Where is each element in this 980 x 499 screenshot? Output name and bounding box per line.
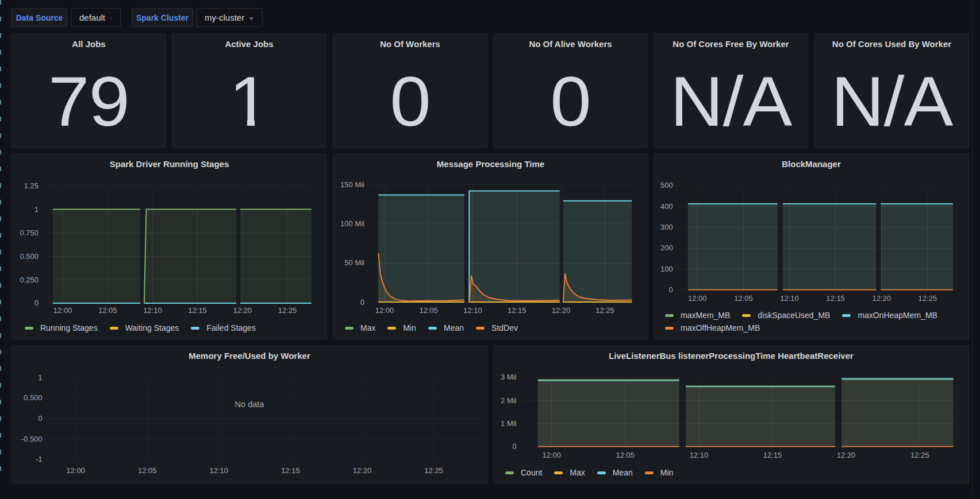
svg-text:150 Mil: 150 Mil	[340, 180, 364, 189]
svg-text:-0.500: -0.500	[21, 435, 43, 443]
svg-text:3 Mil: 3 Mil	[501, 373, 517, 381]
svg-text:1.25: 1.25	[24, 181, 39, 190]
svg-text:12:25: 12:25	[424, 466, 443, 475]
svg-text:0.500: 0.500	[20, 252, 39, 261]
svg-text:12:20: 12:20	[872, 294, 891, 303]
svg-text:12:20: 12:20	[233, 306, 252, 315]
svg-text:12:15: 12:15	[826, 294, 845, 303]
svg-text:12:00: 12:00	[53, 306, 72, 315]
svg-text:12:05: 12:05	[420, 306, 439, 315]
svg-text:12:05: 12:05	[138, 466, 157, 475]
svg-text:12:20: 12:20	[353, 466, 372, 475]
svg-text:2 Mil: 2 Mil	[501, 396, 517, 405]
svg-text:400: 400	[660, 202, 673, 211]
svg-text:12:20: 12:20	[837, 451, 856, 459]
svg-text:12:15: 12:15	[763, 451, 782, 459]
svg-text:12:10: 12:10	[780, 294, 799, 303]
svg-text:12:10: 12:10	[210, 466, 229, 475]
svg-text:0: 0	[668, 285, 672, 294]
svg-text:12:25: 12:25	[278, 306, 297, 315]
svg-text:12:25: 12:25	[918, 294, 937, 303]
svg-text:1: 1	[38, 373, 42, 382]
svg-text:1 Mil: 1 Mil	[501, 419, 517, 428]
svg-text:500: 500	[660, 181, 673, 189]
svg-text:50 Mil: 50 Mil	[344, 258, 364, 267]
svg-text:200: 200	[660, 243, 673, 252]
svg-text:12:25: 12:25	[595, 306, 614, 315]
svg-text:12:00: 12:00	[375, 306, 394, 315]
svg-text:12:10: 12:10	[690, 451, 709, 459]
svg-text:No data: No data	[235, 400, 265, 409]
svg-text:12:05: 12:05	[616, 451, 635, 459]
svg-text:100 Mil: 100 Mil	[340, 219, 364, 228]
svg-text:100: 100	[660, 265, 673, 273]
svg-text:12:20: 12:20	[552, 306, 571, 315]
svg-text:12:15: 12:15	[508, 306, 526, 315]
svg-text:12:00: 12:00	[688, 294, 707, 303]
svg-text:12:00: 12:00	[542, 451, 561, 459]
svg-text:0: 0	[34, 299, 39, 307]
svg-text:12:05: 12:05	[98, 306, 117, 315]
svg-text:0.500: 0.500	[24, 393, 43, 402]
svg-text:12:15: 12:15	[281, 466, 300, 475]
svg-text:12:10: 12:10	[143, 306, 162, 315]
svg-text:-1: -1	[36, 455, 43, 463]
svg-text:12:25: 12:25	[910, 451, 929, 459]
svg-text:0: 0	[38, 414, 42, 423]
svg-text:0.250: 0.250	[20, 276, 39, 284]
svg-text:1: 1	[34, 205, 39, 214]
svg-text:12:10: 12:10	[463, 306, 482, 315]
svg-text:12:15: 12:15	[188, 306, 207, 315]
svg-text:0: 0	[512, 442, 516, 451]
svg-text:0: 0	[360, 298, 364, 307]
svg-text:12:05: 12:05	[734, 294, 753, 303]
svg-text:0.750: 0.750	[20, 229, 39, 237]
svg-text:12:00: 12:00	[66, 466, 85, 475]
svg-text:300: 300	[660, 223, 673, 231]
